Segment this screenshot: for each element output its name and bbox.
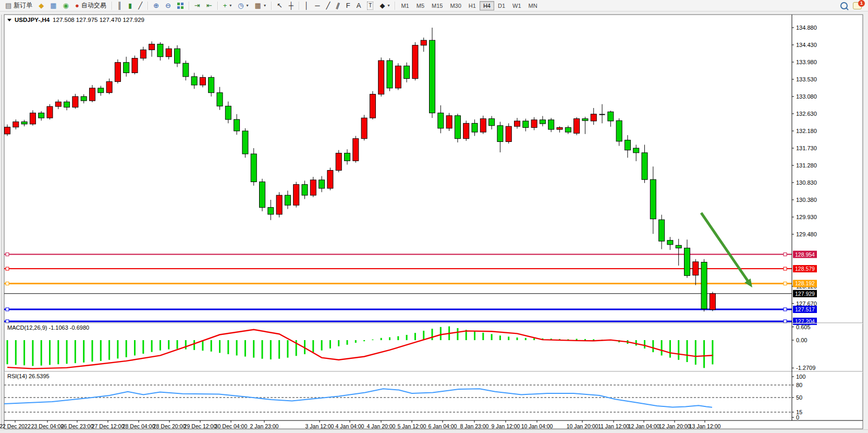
- svg-text:134.430: 134.430: [796, 42, 817, 48]
- channel-icon[interactable]: ∥: [333, 0, 343, 11]
- fibonacci-icon: F: [346, 2, 350, 9]
- timeframe-w1[interactable]: W1: [509, 1, 525, 10]
- chart-shift-icon[interactable]: ⇤: [203, 0, 215, 11]
- signal-icon[interactable]: ◉: [60, 0, 72, 11]
- svg-text:3 Jan 12:00: 3 Jan 12:00: [305, 423, 334, 429]
- arrows-icon[interactable]: ◆▾: [376, 0, 393, 11]
- svg-text:2 Jan 23:00: 2 Jan 23:00: [250, 423, 279, 429]
- gold-icon[interactable]: ◆: [35, 0, 47, 11]
- toolbar-separator: [271, 2, 272, 10]
- svg-text:10 Jan 04:00: 10 Jan 04:00: [521, 423, 553, 429]
- svg-text:128.954: 128.954: [795, 251, 815, 258]
- svg-text:30 Dec 04:00: 30 Dec 04:00: [215, 423, 248, 429]
- autotrade-button[interactable]: ●自动交易: [72, 0, 109, 11]
- indicators-icon-dropdown[interactable]: ▾: [229, 3, 231, 8]
- svg-text:129.930: 129.930: [796, 214, 817, 220]
- tile-windows-icon: [177, 3, 184, 9]
- svg-text:132.180: 132.180: [796, 128, 817, 134]
- periods-icon-dropdown[interactable]: ▾: [247, 3, 249, 8]
- toolbar-separator: [148, 2, 148, 10]
- svg-text:6 Jan 04:00: 6 Jan 04:00: [429, 423, 457, 429]
- price-badge-127.929: 127.929: [793, 290, 817, 297]
- notifications-icon[interactable]: 1: [853, 2, 862, 9]
- timeframe-m5[interactable]: M5: [413, 1, 428, 10]
- indicators-icon[interactable]: +▾: [220, 0, 235, 11]
- label-icon[interactable]: T: [364, 0, 376, 11]
- vertical-line-icon: │: [304, 2, 309, 9]
- svg-text:8 Jan 23:00: 8 Jan 23:00: [460, 423, 489, 429]
- svg-text:13 Jan 12:00: 13 Jan 12:00: [689, 423, 721, 429]
- price-badge-128.579: 128.579: [793, 265, 817, 272]
- toolbar-separator: [112, 2, 112, 10]
- timeframe-m15[interactable]: M15: [428, 1, 446, 10]
- templates-icon-dropdown[interactable]: ▾: [264, 3, 266, 8]
- zoom-in-icon[interactable]: ⊕: [150, 0, 162, 11]
- horizontal-line-icon[interactable]: ─: [312, 0, 323, 11]
- label-icon: T: [367, 2, 373, 10]
- svg-text:130.830: 130.830: [796, 179, 817, 186]
- new-order-button[interactable]: ▤新订单: [2, 0, 35, 11]
- bar-chart-icon: ║: [117, 2, 122, 9]
- periods-icon[interactable]: ◷▾: [235, 0, 251, 11]
- timeframe-h4[interactable]: H4: [480, 1, 494, 10]
- templates-icon: ▦: [255, 2, 261, 9]
- svg-text:130.380: 130.380: [796, 197, 817, 203]
- autotrade-button-label: 自动交易: [81, 1, 106, 10]
- svg-text:9 Jan 12:00: 9 Jan 12:00: [492, 423, 520, 429]
- arrows-icon-dropdown[interactable]: ▾: [387, 3, 389, 8]
- market-watch-icon: ▦: [50, 2, 56, 9]
- svg-text:0: 0: [796, 414, 799, 420]
- cursor-icon[interactable]: ↖: [274, 0, 286, 11]
- status-strip: [0, 429, 868, 433]
- timeframe-mn[interactable]: MN: [525, 1, 541, 10]
- trendline-icon: ╱: [326, 2, 330, 9]
- main-toolbar: ▤新订单◆▦◉●自动交易║▮╱⊕⊖⇥⇤+▾◷▾▦▾↖┼│─╱∥FAT◆▾M1M5…: [0, 0, 868, 11]
- zoom-out-icon[interactable]: ⊖: [162, 0, 174, 11]
- vertical-line-icon[interactable]: │: [301, 0, 312, 11]
- chevron-down-icon[interactable]: [7, 19, 11, 21]
- svg-text:11 Jan 12:00: 11 Jan 12:00: [598, 423, 629, 429]
- trendline-icon[interactable]: ╱: [323, 0, 333, 11]
- timeframe-d1[interactable]: D1: [494, 1, 509, 10]
- price-badge-127.517: 127.517: [793, 306, 817, 313]
- notification-badge: 1: [858, 0, 865, 7]
- toolbar-separator: [395, 2, 395, 10]
- svg-text:50: 50: [796, 394, 802, 401]
- auto-scroll-icon: ⇥: [194, 2, 200, 9]
- toolbar-separator: [217, 2, 218, 10]
- chart-window: 134.880134.430133.980133.530133.080132.6…: [0, 11, 868, 433]
- timeframe-m1[interactable]: M1: [397, 1, 412, 10]
- horizontal-line-icon: ─: [315, 2, 320, 9]
- fibonacci-icon[interactable]: F: [343, 0, 353, 11]
- svg-text:133.080: 133.080: [796, 93, 817, 100]
- chart-shift-icon: ⇤: [206, 2, 212, 9]
- svg-text:132.630: 132.630: [796, 111, 817, 117]
- timeframe-h1[interactable]: H1: [465, 1, 480, 10]
- cursor-icon: ↖: [277, 2, 283, 9]
- line-chart-icon[interactable]: ╱: [135, 0, 145, 11]
- chart-ohlc-label: 127.508 127.975 127.470 127.929: [53, 17, 144, 23]
- svg-text:128.579: 128.579: [795, 266, 815, 272]
- autotrade-button: ●: [75, 2, 79, 9]
- search-icon[interactable]: [840, 2, 848, 9]
- channel-icon: ∥: [335, 2, 341, 9]
- new-order-button-label: 新订单: [14, 1, 32, 10]
- text-icon[interactable]: A: [353, 0, 364, 11]
- svg-text:28 Dec 20:00: 28 Dec 20:00: [153, 423, 186, 429]
- tile-windows-icon[interactable]: [174, 0, 187, 11]
- svg-text:26 Dec 23:00: 26 Dec 23:00: [61, 423, 94, 429]
- market-watch-icon[interactable]: ▦: [47, 0, 59, 11]
- bar-chart-icon[interactable]: ║: [114, 0, 125, 11]
- candlestick-chart-icon[interactable]: ▮: [125, 0, 135, 11]
- svg-text:128.192: 128.192: [795, 280, 815, 286]
- auto-scroll-icon[interactable]: ⇥: [191, 0, 203, 11]
- gold-icon: ◆: [39, 2, 44, 9]
- templates-icon[interactable]: ▦▾: [252, 0, 269, 11]
- periods-icon: ◷: [238, 2, 243, 9]
- toolbar-right: 1: [840, 2, 866, 9]
- new-order-button: ▤: [5, 2, 11, 9]
- chart-canvas[interactable]: 134.880134.430133.980133.530133.080132.6…: [0, 11, 868, 433]
- svg-text:22 Dec 2022: 22 Dec 2022: [0, 423, 31, 429]
- crosshair-icon[interactable]: ┼: [286, 0, 297, 11]
- timeframe-m30[interactable]: M30: [446, 1, 464, 10]
